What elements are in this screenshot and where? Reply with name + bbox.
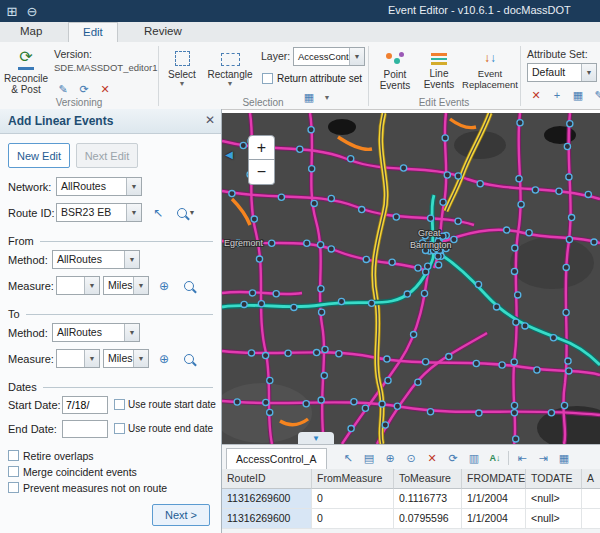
zoom-to-selection-icon[interactable]: ⊕ [380,448,400,468]
cell-tomeasure[interactable]: 0.1116773 [394,489,462,509]
zoom-to-from-measure-icon[interactable] [179,276,199,295]
app-grid-icon[interactable]: ⊞ [3,2,21,20]
zoom-out-tool-icon[interactable]: ⊖ [23,2,41,20]
tab-map[interactable]: Map [6,22,56,41]
refresh-version-icon[interactable]: ⟳ [75,80,93,98]
use-route-end-date-checkbox[interactable] [114,423,125,434]
select-button[interactable]: Select ▼ [163,45,201,103]
tab-review[interactable]: Review [130,22,196,41]
layer-dropdown[interactable]: AccessControl_A ▼ [293,47,365,66]
line-events-button[interactable]: Line Events [419,45,459,103]
collapse-panel-arrow[interactable]: ◀ [222,139,236,169]
attribute-set-dropdown[interactable]: Default ▼ [527,63,597,82]
cell-routeid[interactable]: 11316269600 [222,489,312,509]
prevent-measures-checkbox[interactable] [8,482,19,493]
rectangle-button[interactable]: Rectangle ▼ [204,45,256,103]
cell-todate[interactable]: <null> [526,489,582,509]
from-method-dropdown[interactable]: AllRoutes ▼ [52,250,140,269]
use-route-end-date-label: Use route end date [128,423,213,434]
cell-todate[interactable]: <null> [526,509,582,529]
add-linear-events-panel: Add Linear Events ✕ New Edit Next Edit N… [0,109,222,533]
cell-frommeasure[interactable]: 0 [312,509,394,529]
pick-route-on-map-icon[interactable]: ↖ [148,203,168,222]
close-panel-icon[interactable]: ✕ [205,113,215,127]
column-header-frommeasure[interactable]: FromMeasure [312,469,394,489]
show-selected-icon[interactable]: ▥ [464,448,484,468]
column-header-fromdate[interactable]: FROMDATE [462,469,526,489]
prevent-measures-label: Prevent measures not on route [23,482,167,494]
reconcile-post-button[interactable]: ⟳ Reconcile & Post [2,45,50,103]
to-unit-dropdown[interactable]: Miles ▼ [103,349,149,368]
to-measure-dropdown-value [57,350,84,367]
dates-section-label: Dates [8,381,213,393]
cell-extra[interactable] [582,489,600,509]
cell-tomeasure[interactable]: 0.0795596 [394,509,462,529]
return-attribute-set-checkbox[interactable] [262,73,273,84]
column-header-routeid[interactable]: RouteID [222,469,312,489]
map-canvas[interactable]: Egremont Great Barrington [222,113,600,444]
add-attribute-icon[interactable]: + [548,86,566,104]
use-route-start-date-checkbox[interactable] [114,399,125,410]
route-id-label: Route ID: [8,207,54,219]
line-events-icon [431,53,447,65]
attribute-grid-icon[interactable]: ▦ [569,86,587,104]
edit-attribute-icon[interactable]: ✎ [590,86,600,104]
network-dropdown[interactable]: AllRoutes ▼ [56,177,142,196]
versioning-mini-toolbar: ✎ ⟳ ✕ [54,80,114,98]
pick-to-measure-icon[interactable]: ⊕ [154,349,174,368]
column-header-tomeasure[interactable]: ToMeasure [394,469,462,489]
collapse-table-arrow[interactable]: ▼ [298,432,334,444]
from-measure-dropdown[interactable]: ▼ [56,276,100,295]
pick-from-measure-icon[interactable]: ⊕ [154,276,174,295]
table-tab-accesscontrol[interactable]: AccessControl_A [226,448,327,470]
selection-group-label: Selection [158,97,368,108]
layer-dropdown-arrow: ▼ [349,48,364,65]
reload-icon[interactable]: ⟳ [443,448,463,468]
attribute-set-dropdown-arrow: ▼ [581,64,596,81]
start-date-label: Start Date: [8,399,61,411]
clear-selection-icon[interactable]: ✕ [422,448,442,468]
table-row[interactable]: 11316269600 0 0.0795596 1/1/2004 <null> [222,509,600,529]
next-button[interactable]: Next > [152,504,210,526]
cell-frommeasure[interactable]: 0 [312,489,394,509]
cell-routeid[interactable]: 11316269600 [222,509,312,529]
attributes-icon[interactable]: ▤ [359,448,379,468]
zoom-out-button[interactable]: − [248,160,275,185]
last-record-icon[interactable]: ⇥ [533,448,553,468]
route-id-dropdown[interactable]: BSR23 EB ▼ [56,203,142,222]
zoom-in-button[interactable]: + [248,135,275,160]
from-unit-dropdown[interactable]: Miles ▼ [103,276,149,295]
point-events-label-1: Point [384,69,407,80]
event-replacement-button[interactable]: ↓↓ Event Replacement [462,45,518,103]
merge-coincident-events-checkbox[interactable] [8,466,19,477]
point-events-button[interactable]: Point Events [374,45,416,103]
next-edit-button[interactable]: Next Edit [76,143,138,168]
first-record-icon[interactable]: ⇤ [512,448,532,468]
table-toolbar-icons: ↖ ▤ ⊕ ⊙ ✕ ⟳ ▥ A↓ ⇤ ⇥ ▦ [338,448,574,468]
column-header-todate[interactable]: TODATE [526,469,582,489]
to-measure-dropdown[interactable]: ▼ [56,349,100,368]
to-method-dropdown[interactable]: AllRoutes ▼ [52,323,140,342]
zoom-to-to-measure-icon[interactable] [179,349,199,368]
select-tool-icon[interactable]: ↖ [338,448,358,468]
retire-overlaps-checkbox[interactable] [8,450,19,461]
cell-fromdate[interactable]: 1/1/2004 [462,489,526,509]
delete-version-icon[interactable]: ✕ [96,80,114,98]
return-attribute-set-label: Return attribute set [277,73,362,84]
cell-fromdate[interactable]: 1/1/2004 [462,509,526,529]
table-header-row: RouteID FromMeasure ToMeasure FROMDATE T… [222,469,600,489]
pan-to-selection-icon[interactable]: ⊙ [401,448,421,468]
point-events-label-2: Events [380,80,411,91]
tab-edit[interactable]: Edit [68,22,118,44]
zoom-to-route-icon[interactable]: ▼ [172,203,200,222]
start-date-input[interactable] [62,396,108,414]
table-row[interactable]: 11316269600 0 0.1116773 1/1/2004 <null> [222,489,600,509]
sort-icon[interactable]: A↓ [485,448,505,468]
edit-version-icon[interactable]: ✎ [54,80,72,98]
export-table-icon[interactable]: ▦ [554,448,574,468]
new-edit-button[interactable]: New Edit [8,143,70,168]
cell-extra[interactable] [582,509,600,529]
clear-attributes-icon[interactable]: ✕ [527,86,545,104]
column-header-extra[interactable]: A [582,469,600,489]
end-date-input[interactable] [62,420,108,438]
